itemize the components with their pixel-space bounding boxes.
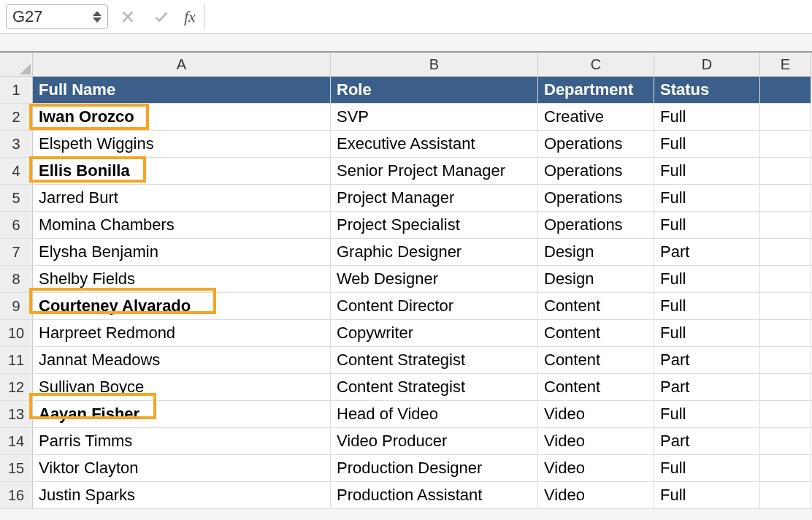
row-header[interactable]: 13 (0, 401, 33, 427)
cell[interactable]: Role (331, 77, 538, 103)
cell[interactable]: Full (654, 131, 760, 157)
row-header[interactable]: 15 (0, 455, 33, 481)
cell[interactable] (760, 428, 811, 454)
cell[interactable] (760, 266, 811, 292)
cell[interactable]: Sullivan Boyce (33, 374, 331, 400)
cell[interactable]: Content Director (331, 293, 538, 319)
cell[interactable]: Content Strategist (331, 374, 538, 400)
row-header[interactable]: 3 (0, 131, 33, 157)
cell[interactable]: Part (654, 239, 760, 265)
cell[interactable]: Full (654, 104, 760, 130)
cell[interactable] (760, 374, 811, 400)
cell[interactable]: Full (654, 455, 760, 481)
cell[interactable] (760, 104, 811, 130)
cell[interactable]: Operations (538, 212, 654, 238)
cell[interactable] (760, 185, 811, 211)
cell[interactable]: Full (654, 212, 760, 238)
cell[interactable]: Harpreet Redmond (33, 320, 331, 346)
cell[interactable]: Ellis Bonilla (33, 158, 331, 184)
cell[interactable]: Full (654, 401, 760, 427)
cell[interactable]: Web Designer (331, 266, 538, 292)
cell[interactable] (760, 212, 811, 238)
cell[interactable]: Project Manager (331, 185, 538, 211)
row-header[interactable]: 4 (0, 158, 33, 184)
cell[interactable]: Video (538, 455, 654, 481)
cell[interactable]: Copywriter (331, 320, 538, 346)
cell[interactable] (760, 77, 811, 103)
cell[interactable] (760, 482, 811, 508)
cell[interactable]: Elspeth Wiggins (33, 131, 331, 157)
cell[interactable]: Content (538, 374, 654, 400)
cell[interactable]: Jannat Meadows (33, 347, 331, 373)
cell[interactable]: Iwan Orozco (33, 104, 331, 130)
row-header[interactable]: 7 (0, 239, 33, 265)
column-header-E[interactable]: E (760, 53, 811, 76)
column-header-D[interactable]: D (654, 53, 760, 76)
cell[interactable]: Design (538, 266, 654, 292)
cell[interactable]: Part (654, 347, 760, 373)
cell[interactable]: Full (654, 482, 760, 508)
cell[interactable]: Parris Timms (33, 428, 331, 454)
cell[interactable]: Courteney Alvarado (33, 293, 331, 319)
stepper-down-icon[interactable] (93, 18, 102, 23)
cell[interactable] (760, 131, 811, 157)
row-header[interactable]: 12 (0, 374, 33, 400)
cell[interactable]: Content (538, 347, 654, 373)
cell[interactable]: Creative (538, 104, 654, 130)
cell[interactable]: Part (654, 374, 760, 400)
cell[interactable] (760, 320, 811, 346)
cell[interactable]: Content (538, 293, 654, 319)
cell[interactable]: Full Name (33, 77, 331, 103)
formula-input[interactable] (204, 4, 806, 29)
row-header[interactable]: 14 (0, 428, 33, 454)
cell[interactable]: Executive Assistant (331, 131, 538, 157)
cell[interactable]: Status (654, 77, 760, 103)
cell[interactable]: Operations (538, 185, 654, 211)
cell[interactable]: Content Strategist (331, 347, 538, 373)
cell[interactable]: Graphic Designer (331, 239, 538, 265)
cell[interactable] (760, 401, 811, 427)
stepper-up-icon[interactable] (93, 11, 102, 16)
cell[interactable] (760, 455, 811, 481)
cell[interactable]: Aayan Fisher (33, 401, 331, 427)
confirm-button[interactable] (148, 4, 175, 29)
row-header[interactable]: 2 (0, 104, 33, 130)
cell[interactable]: Video (538, 482, 654, 508)
cell[interactable]: Head of Video (331, 401, 538, 427)
column-header-A[interactable]: A (33, 53, 331, 76)
name-box[interactable]: G27 (6, 4, 108, 29)
row-header[interactable]: 9 (0, 293, 33, 319)
cell[interactable]: Full (654, 293, 760, 319)
cell[interactable]: Video Producer (331, 428, 538, 454)
cancel-button[interactable] (114, 4, 142, 29)
cell[interactable]: Full (654, 266, 760, 292)
cell[interactable]: Part (654, 428, 760, 454)
cell[interactable]: Full (654, 158, 760, 184)
row-header[interactable]: 10 (0, 320, 33, 346)
cell[interactable]: Senior Project Manager (331, 158, 538, 184)
cell[interactable] (760, 293, 811, 319)
cell[interactable]: Elysha Benjamin (33, 239, 331, 265)
cell[interactable]: Justin Sparks (33, 482, 331, 508)
column-header-C[interactable]: C (538, 53, 654, 76)
row-header[interactable]: 8 (0, 266, 33, 292)
row-header[interactable]: 6 (0, 212, 33, 238)
cell[interactable]: Full (654, 320, 760, 346)
cell[interactable]: Video (538, 401, 654, 427)
cell[interactable]: Design (538, 239, 654, 265)
cell[interactable]: Jarred Burt (33, 185, 331, 211)
row-header[interactable]: 16 (0, 482, 33, 508)
cell[interactable]: Department (538, 77, 654, 103)
row-header[interactable]: 11 (0, 347, 33, 373)
row-header[interactable]: 5 (0, 185, 33, 211)
cell[interactable] (760, 158, 811, 184)
cell[interactable]: Content (538, 320, 654, 346)
cell[interactable]: Full (654, 185, 760, 211)
cell[interactable]: SVP (331, 104, 538, 130)
cell[interactable] (760, 239, 811, 265)
cell[interactable]: Momina Chambers (33, 212, 331, 238)
cell[interactable]: Production Designer (331, 455, 538, 481)
select-all-corner[interactable] (0, 53, 33, 76)
cell[interactable]: Video (538, 428, 654, 454)
cell[interactable]: Operations (538, 131, 654, 157)
